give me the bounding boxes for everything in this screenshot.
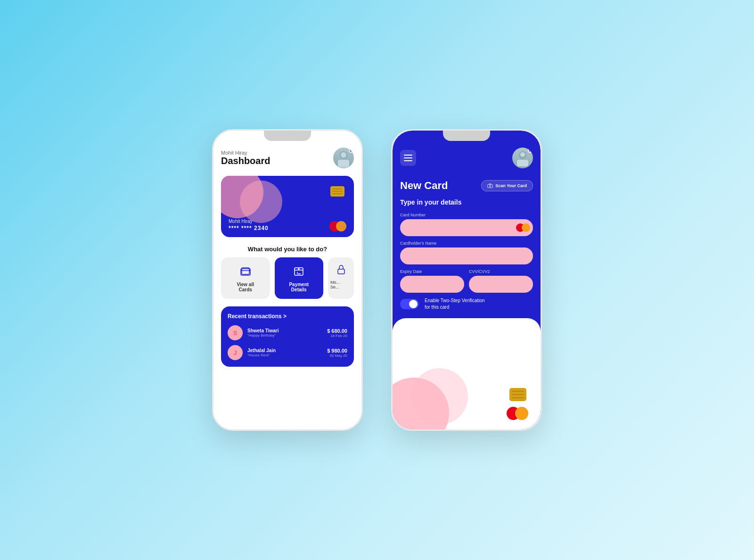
dashboard-title: Dashboard <box>221 156 270 166</box>
action-view-cards[interactable]: View allCards <box>221 257 270 299</box>
newcard-nav <box>400 148 533 168</box>
camera-icon <box>487 183 493 189</box>
trans-note-2: "House Rent" <box>247 353 322 357</box>
notch-right <box>443 131 490 141</box>
svg-rect-19 <box>488 184 493 188</box>
card-number-label: Card Number <box>400 213 533 217</box>
toggle-label: Enable Two-Step Verificationfor this car… <box>425 297 485 311</box>
trans-amount-1: $ 680.00 <box>327 328 347 334</box>
trans-name-2: Jethalal Jain <box>247 348 322 353</box>
menu-button[interactable] <box>400 150 416 166</box>
bottom-mc-orange <box>515 407 528 420</box>
menu-line-3 <box>404 160 412 161</box>
card-number-input[interactable] <box>400 219 533 236</box>
new-card-screen: New Card Scan Your Card Type in your det… <box>393 131 541 429</box>
newcard-user-avatar[interactable] <box>512 148 533 168</box>
dashboard-screen: Mohit Hiray Dashboard <box>213 131 361 429</box>
view-cards-label: View allCards <box>237 282 254 292</box>
action-partial[interactable]: Mo...Se... <box>328 257 354 299</box>
svg-rect-14 <box>338 269 344 274</box>
card-decoration-2 <box>240 181 282 223</box>
trans-note-1: "Happy Birthday" <box>247 333 322 338</box>
payment-label: PaymentDetails <box>289 282 309 292</box>
cardholder-label: Cardholder's Name <box>400 241 533 246</box>
expiry-input[interactable] <box>400 276 464 293</box>
newcard-online-indicator <box>528 148 532 153</box>
toggle-knob <box>409 300 418 308</box>
menu-line-1 <box>404 155 412 156</box>
trans-info-1: Shweta Tiwari "Happy Birthday" <box>247 328 322 338</box>
notch-left <box>264 131 311 141</box>
partial-label: Mo...Se... <box>330 280 352 289</box>
scan-card-button[interactable]: Scan Your Card <box>481 180 533 191</box>
cardholder-input[interactable] <box>400 247 533 264</box>
card-holder-name: Mohit Hiray <box>229 219 253 224</box>
trans-amount-2: $ 980.00 <box>327 348 347 354</box>
payment-icon <box>291 264 306 279</box>
transaction-item-1[interactable]: S Shweta Tiwari "Happy Birthday" $ 680.0… <box>228 325 347 340</box>
header-text: Mohit Hiray Dashboard <box>221 150 270 166</box>
actions-section-title: What would you like to do? <box>221 246 354 253</box>
newcard-page-title: New Card <box>400 180 448 192</box>
cvv-group: CVV/CVV2 <box>469 269 533 293</box>
mastercard-orange-circle <box>336 221 346 231</box>
scan-button-text: Scan Your Card <box>495 183 527 188</box>
svg-point-4 <box>341 152 346 157</box>
card-number-wrapper <box>400 219 533 236</box>
card-number-group: Card Number <box>400 213 533 236</box>
transactions-title: Recent transactions > <box>228 313 347 320</box>
svg-rect-5 <box>338 160 349 166</box>
field-mc-orange <box>522 223 530 232</box>
mastercard-logo <box>329 221 346 231</box>
trans-avatar-s: S <box>228 325 243 340</box>
phones-container: Mohit Hiray Dashboard <box>212 129 542 431</box>
card-number: **** **** 2340 <box>229 225 269 231</box>
svg-point-20 <box>489 185 491 187</box>
expiry-group: Expiry Date <box>400 269 464 293</box>
dashboard-header: Mohit Hiray Dashboard <box>221 148 354 168</box>
trans-amount-block-2: $ 980.00 02 May 20 <box>327 348 347 358</box>
form-subtitle: Type in your details <box>400 198 533 206</box>
trans-name-1: Shweta Tiwari <box>247 328 322 333</box>
menu-line-2 <box>404 157 412 158</box>
two-step-toggle[interactable] <box>400 299 419 309</box>
trans-date-1: 18 Feb 20 <box>327 334 347 338</box>
user-avatar[interactable] <box>333 148 354 168</box>
card-mastercard-logo <box>516 223 530 232</box>
trans-date-2: 02 May 20 <box>327 354 347 358</box>
svg-rect-18 <box>517 160 528 166</box>
cardholder-wrapper <box>400 247 533 264</box>
screen-dashboard: Mohit Hiray Dashboard <box>213 131 361 429</box>
transactions-section: Recent transactions > S Shweta Tiwari "H… <box>221 306 354 367</box>
card-chip <box>330 186 344 197</box>
cardholder-group: Cardholder's Name <box>400 241 533 264</box>
trans-amount-block-1: $ 680.00 18 Feb 20 <box>327 328 347 338</box>
svg-point-13 <box>298 269 299 270</box>
credit-card[interactable]: Mohit Hiray **** **** 2340 <box>221 176 354 237</box>
cvv-label: CVV/CVV2 <box>469 269 533 274</box>
screen-new-card: New Card Scan Your Card Type in your det… <box>393 131 541 429</box>
trans-avatar-j: J <box>228 345 243 360</box>
svg-point-17 <box>520 152 525 157</box>
bottom-mastercard-logo <box>507 407 528 420</box>
trans-info-2: Jethalal Jain "House Rent" <box>247 348 322 357</box>
newcard-top-section: New Card Scan Your Card Type in your det… <box>393 131 541 318</box>
newcard-bottom-preview <box>393 318 541 429</box>
bottom-decoration-2 <box>411 368 468 425</box>
lock-icon <box>336 264 347 277</box>
two-step-toggle-row: Enable Two-Step Verificationfor this car… <box>400 297 533 311</box>
greeting-text: Mohit Hiray <box>221 150 270 156</box>
online-indicator <box>349 148 353 153</box>
expiry-cvv-row: Expiry Date CVV/CVV2 <box>400 269 533 293</box>
expiry-label: Expiry Date <box>400 269 464 274</box>
phone-dashboard: Mohit Hiray Dashboard <box>212 129 363 431</box>
cvv-input[interactable] <box>469 276 533 293</box>
phone-new-card: New Card Scan Your Card Type in your det… <box>391 129 542 431</box>
actions-row: View allCards <box>221 257 354 299</box>
action-payment-details[interactable]: PaymentDetails <box>275 257 324 299</box>
newcard-title-row: New Card Scan Your Card <box>400 180 533 192</box>
transaction-item-2[interactable]: J Jethalal Jain "House Rent" $ 980.00 02… <box>228 345 347 360</box>
cards-icon <box>238 264 253 279</box>
bottom-chip <box>509 388 526 401</box>
